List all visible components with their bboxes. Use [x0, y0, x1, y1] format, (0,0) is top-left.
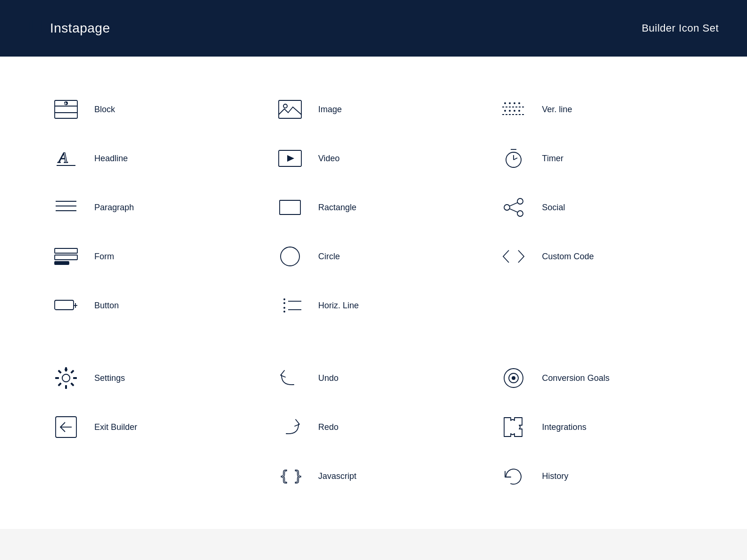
svg-rect-38 — [55, 255, 77, 260]
icon-item-integrations: Integrations — [485, 403, 709, 452]
settings-icon — [52, 364, 80, 392]
icon-item-javascript: { } Javascript — [262, 452, 486, 501]
svg-point-13 — [518, 102, 520, 104]
icon-item-ver-line: Ver. line — [485, 85, 709, 134]
icon-item-exit-builder: Exit Builder — [38, 403, 262, 452]
svg-rect-54 — [73, 377, 77, 379]
history-icon — [499, 462, 528, 490]
icon-item-empty-2 — [38, 452, 262, 501]
image-icon — [276, 95, 304, 124]
paragraph-icon — [52, 193, 80, 222]
icon-item-rectangle: Ractangle — [262, 183, 486, 232]
svg-point-48 — [283, 311, 285, 313]
icon-item-timer: Timer — [485, 134, 709, 183]
javascript-icon: { } — [276, 462, 304, 490]
svg-rect-57 — [58, 382, 61, 386]
redo-label: Redo — [318, 422, 339, 432]
integrations-label: Integrations — [542, 422, 586, 432]
timer-icon — [499, 144, 528, 173]
icon-item-form: Form — [38, 232, 262, 281]
svg-point-45 — [283, 302, 285, 304]
icon-item-horiz-line: Horiz. Line — [262, 281, 486, 330]
video-label: Video — [318, 154, 340, 164]
svg-point-17 — [514, 110, 515, 112]
svg-point-12 — [514, 102, 515, 104]
builder-elements-grid: + Block Image — [38, 85, 709, 330]
svg-marker-23 — [287, 155, 294, 162]
svg-rect-31 — [280, 200, 300, 214]
svg-point-32 — [517, 198, 523, 204]
svg-rect-37 — [55, 248, 77, 253]
page-header: Instapage Builder Icon Set — [0, 0, 747, 57]
svg-line-27 — [514, 158, 517, 160]
conversion-goals-icon — [499, 364, 528, 392]
svg-line-36 — [510, 209, 517, 212]
svg-rect-52 — [65, 367, 67, 371]
undo-label: Undo — [318, 373, 339, 383]
svg-point-15 — [504, 110, 506, 112]
form-icon — [52, 242, 80, 271]
block-label: Block — [94, 105, 115, 115]
svg-point-10 — [504, 102, 506, 104]
ver-line-label: Ver. line — [542, 105, 572, 115]
icon-item-undo: Undo — [262, 354, 486, 403]
svg-point-11 — [509, 102, 511, 104]
icon-item-circle: Circle — [262, 232, 486, 281]
icon-item-paragraph: Paragraph — [38, 183, 262, 232]
header-title: Builder Icon Set — [642, 22, 719, 34]
svg-rect-55 — [70, 382, 74, 386]
svg-text:+: + — [64, 101, 67, 106]
svg-rect-1 — [32, 20, 42, 31]
toolbar-actions-grid: Settings Undo Conversion Goals — [38, 354, 709, 501]
svg-point-33 — [504, 205, 510, 210]
button-label: Button — [94, 301, 119, 311]
icon-item-button: Button — [38, 281, 262, 330]
icon-item-video: Video — [262, 134, 486, 183]
main-content: + Block Image — [0, 57, 747, 529]
svg-text:}: } — [294, 468, 302, 484]
form-label: Form — [94, 252, 114, 262]
svg-line-35 — [510, 203, 517, 206]
svg-point-44 — [283, 298, 285, 300]
icon-item-history: History — [485, 452, 709, 501]
block-icon: + — [52, 95, 80, 124]
rectangle-icon — [276, 193, 304, 222]
javascript-label: Javascript — [318, 471, 357, 481]
logo: Instapage — [28, 19, 110, 38]
headline-icon: A — [52, 144, 80, 173]
redo-icon — [276, 413, 304, 441]
timer-label: Timer — [542, 154, 563, 164]
circle-icon — [276, 242, 304, 271]
icon-item-custom-code: Custom Code — [485, 232, 709, 281]
svg-point-18 — [518, 110, 520, 112]
custom-code-icon — [499, 242, 528, 271]
image-label: Image — [318, 105, 342, 115]
svg-point-16 — [509, 110, 511, 112]
integrations-icon — [499, 413, 528, 441]
icon-item-empty-1 — [485, 281, 709, 330]
icon-item-settings: Settings — [38, 354, 262, 403]
svg-rect-53 — [70, 370, 74, 373]
icon-item-conversion-goals: Conversion Goals — [485, 354, 709, 403]
headline-label: Headline — [94, 154, 128, 164]
svg-point-60 — [62, 374, 70, 382]
horiz-line-icon — [276, 291, 304, 320]
svg-text:A: A — [58, 149, 68, 166]
social-label: Social — [542, 203, 565, 213]
logo-text: Instapage — [50, 21, 110, 36]
settings-label: Settings — [94, 373, 125, 383]
svg-point-63 — [512, 376, 515, 380]
circle-label: Circle — [318, 252, 340, 262]
paragraph-label: Paragraph — [94, 203, 134, 213]
icon-item-image: Image — [262, 85, 486, 134]
history-label: History — [542, 471, 568, 481]
exit-builder-label: Exit Builder — [94, 422, 137, 432]
svg-rect-56 — [65, 385, 67, 389]
svg-rect-58 — [55, 377, 59, 379]
logo-icon — [28, 19, 45, 38]
svg-rect-39 — [55, 262, 69, 264]
svg-point-9 — [283, 104, 287, 108]
rectangle-label: Ractangle — [318, 203, 357, 213]
icon-item-redo: Redo — [262, 403, 486, 452]
icon-item-social: Social — [485, 183, 709, 232]
